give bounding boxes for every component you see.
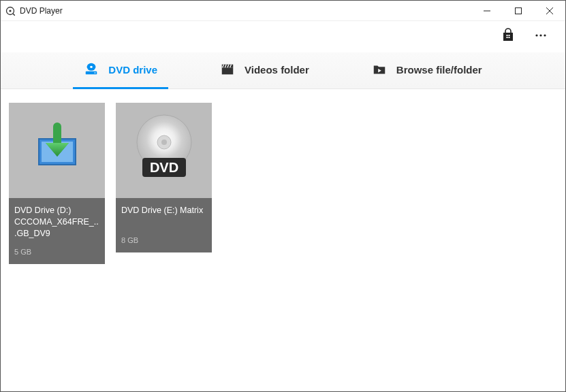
clapperboard-icon — [220, 62, 235, 77]
svg-point-15 — [91, 66, 93, 68]
drive-info: DVD Drive (E:) Matrix 8 GB — [116, 198, 212, 252]
toolbar — [1, 21, 565, 52]
drive-card[interactable]: DVD Drive (D:) CCCOMA_X64FRE_...GB_DV9 5… — [9, 103, 105, 264]
svg-point-1 — [9, 10, 11, 12]
dvd-disc-icon: DVD — [130, 112, 198, 189]
store-button[interactable] — [494, 23, 522, 50]
svg-rect-8 — [509, 35, 510, 36]
svg-rect-10 — [509, 37, 510, 38]
folder-play-icon — [372, 62, 387, 77]
content: DVD Drive (D:) CCCOMA_X64FRE_...GB_DV9 5… — [1, 89, 565, 278]
maximize-button[interactable] — [503, 1, 534, 21]
close-button[interactable] — [534, 1, 565, 21]
drive-card[interactable]: DVD DVD Drive (E:) Matrix 8 GB — [116, 103, 212, 252]
svg-point-12 — [539, 34, 541, 36]
more-button[interactable] — [527, 23, 554, 50]
app-icon — [5, 5, 16, 16]
svg-rect-7 — [507, 35, 508, 36]
minimize-button[interactable] — [471, 1, 503, 21]
svg-line-2 — [13, 14, 15, 16]
svg-point-17 — [95, 72, 96, 74]
svg-point-13 — [544, 34, 546, 36]
tab-dvd-drive[interactable]: DVD drive — [73, 52, 168, 89]
tab-videos-folder[interactable]: Videos folder — [209, 52, 320, 89]
svg-rect-4 — [516, 7, 522, 14]
drive-title: DVD Drive (D:) CCCOMA_X64FRE_...GB_DV9 — [14, 205, 99, 240]
tab-label: Videos folder — [245, 64, 309, 76]
dvd-drive-icon — [84, 62, 99, 77]
drive-size: 8 GB — [121, 236, 206, 244]
svg-point-11 — [535, 34, 537, 36]
window-title: DVD Player — [20, 6, 63, 16]
tab-browse[interactable]: Browse file/folder — [361, 52, 493, 89]
shopping-bag-icon — [501, 28, 516, 46]
drive-thumbnail — [9, 103, 105, 198]
drive-thumbnail: DVD — [116, 103, 212, 198]
svg-rect-18 — [222, 67, 234, 74]
drive-info: DVD Drive (D:) CCCOMA_X64FRE_...GB_DV9 5… — [9, 198, 105, 264]
svg-point-31 — [161, 140, 167, 145]
more-icon — [534, 29, 548, 45]
svg-rect-9 — [507, 37, 508, 38]
download-monitor-icon — [27, 118, 88, 182]
tab-label: Browse file/folder — [396, 64, 482, 76]
tabs: DVD drive Videos folder Browse file/fold… — [1, 52, 565, 89]
tab-label: DVD drive — [108, 64, 157, 76]
drive-size: 5 GB — [14, 248, 99, 256]
titlebar: DVD Player — [1, 1, 565, 21]
svg-text:DVD: DVD — [149, 160, 178, 175]
drive-title: DVD Drive (E:) Matrix — [121, 205, 206, 228]
